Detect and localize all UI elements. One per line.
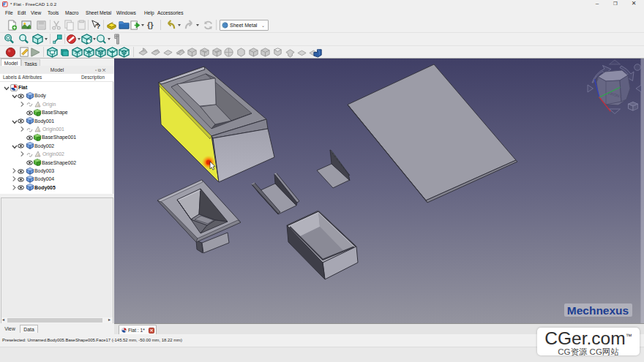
svg-text:?: ? <box>96 23 100 30</box>
svg-text:{}: {} <box>147 20 154 29</box>
svg-text:Mechnexus: Mechnexus <box>567 304 629 317</box>
